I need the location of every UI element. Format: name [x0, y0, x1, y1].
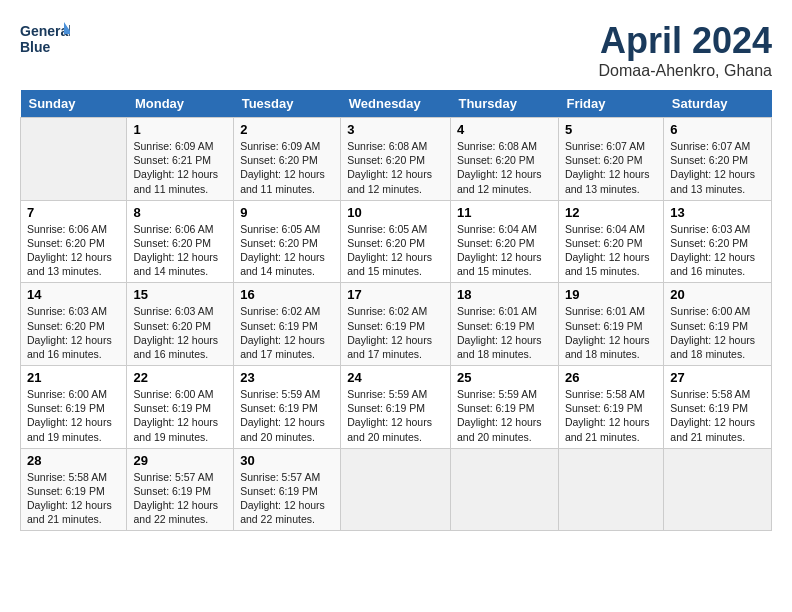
calendar-cell: 14Sunrise: 6:03 AMSunset: 6:20 PMDayligh…: [21, 283, 127, 366]
cell-text-line: Sunrise: 6:06 AM: [133, 222, 227, 236]
calendar-week-row: 1Sunrise: 6:09 AMSunset: 6:21 PMDaylight…: [21, 118, 772, 201]
day-number: 29: [133, 453, 227, 468]
cell-text-line: Sunset: 6:19 PM: [670, 401, 765, 415]
cell-text-line: Sunset: 6:20 PM: [27, 319, 120, 333]
day-number: 1: [133, 122, 227, 137]
cell-text-line: Sunrise: 6:00 AM: [133, 387, 227, 401]
calendar-table: SundayMondayTuesdayWednesdayThursdayFrid…: [20, 90, 772, 531]
cell-text-line: Sunset: 6:19 PM: [347, 319, 444, 333]
cell-text-line: Sunset: 6:20 PM: [565, 153, 657, 167]
cell-text-line: Sunset: 6:20 PM: [457, 153, 552, 167]
cell-text-line: Daylight: 12 hours and 12 minutes.: [457, 167, 552, 195]
cell-text-line: Sunrise: 6:03 AM: [670, 222, 765, 236]
calendar-cell: 23Sunrise: 5:59 AMSunset: 6:19 PMDayligh…: [234, 366, 341, 449]
cell-text-line: Daylight: 12 hours and 21 minutes.: [670, 415, 765, 443]
location-title: Domaa-Ahenkro, Ghana: [599, 62, 772, 80]
day-number: 14: [27, 287, 120, 302]
calendar-day-header: Thursday: [450, 90, 558, 118]
calendar-cell: 29Sunrise: 5:57 AMSunset: 6:19 PMDayligh…: [127, 448, 234, 531]
calendar-cell: 8Sunrise: 6:06 AMSunset: 6:20 PMDaylight…: [127, 200, 234, 283]
logo: General Blue: [20, 20, 70, 62]
cell-text-line: Daylight: 12 hours and 14 minutes.: [240, 250, 334, 278]
cell-text-line: Sunset: 6:19 PM: [457, 401, 552, 415]
month-title: April 2024: [599, 20, 772, 62]
calendar-cell: [341, 448, 451, 531]
calendar-week-row: 21Sunrise: 6:00 AMSunset: 6:19 PMDayligh…: [21, 366, 772, 449]
cell-text-line: Sunset: 6:19 PM: [133, 401, 227, 415]
cell-text-line: Daylight: 12 hours and 18 minutes.: [457, 333, 552, 361]
day-number: 10: [347, 205, 444, 220]
cell-text-line: Sunset: 6:20 PM: [347, 153, 444, 167]
cell-text-line: Sunrise: 6:00 AM: [670, 304, 765, 318]
calendar-cell: 17Sunrise: 6:02 AMSunset: 6:19 PMDayligh…: [341, 283, 451, 366]
day-number: 12: [565, 205, 657, 220]
calendar-cell: 30Sunrise: 5:57 AMSunset: 6:19 PMDayligh…: [234, 448, 341, 531]
cell-text-line: Daylight: 12 hours and 19 minutes.: [27, 415, 120, 443]
cell-text-line: Daylight: 12 hours and 18 minutes.: [565, 333, 657, 361]
day-number: 20: [670, 287, 765, 302]
cell-text-line: Daylight: 12 hours and 22 minutes.: [240, 498, 334, 526]
day-number: 27: [670, 370, 765, 385]
calendar-cell: 6Sunrise: 6:07 AMSunset: 6:20 PMDaylight…: [664, 118, 772, 201]
cell-text-line: Daylight: 12 hours and 15 minutes.: [565, 250, 657, 278]
cell-text-line: Sunrise: 6:05 AM: [347, 222, 444, 236]
cell-text-line: Sunset: 6:20 PM: [240, 153, 334, 167]
cell-text-line: Sunrise: 6:00 AM: [27, 387, 120, 401]
cell-text-line: Daylight: 12 hours and 21 minutes.: [565, 415, 657, 443]
day-number: 2: [240, 122, 334, 137]
calendar-day-header: Tuesday: [234, 90, 341, 118]
cell-text-line: Daylight: 12 hours and 18 minutes.: [670, 333, 765, 361]
cell-text-line: Sunrise: 6:04 AM: [457, 222, 552, 236]
cell-text-line: Sunrise: 6:03 AM: [133, 304, 227, 318]
cell-text-line: Sunrise: 6:04 AM: [565, 222, 657, 236]
cell-text-line: Daylight: 12 hours and 13 minutes.: [27, 250, 120, 278]
cell-text-line: Daylight: 12 hours and 13 minutes.: [565, 167, 657, 195]
cell-text-line: Daylight: 12 hours and 12 minutes.: [347, 167, 444, 195]
calendar-day-header: Sunday: [21, 90, 127, 118]
day-number: 8: [133, 205, 227, 220]
title-section: April 2024 Domaa-Ahenkro, Ghana: [599, 20, 772, 80]
calendar-cell: 15Sunrise: 6:03 AMSunset: 6:20 PMDayligh…: [127, 283, 234, 366]
cell-text-line: Daylight: 12 hours and 20 minutes.: [347, 415, 444, 443]
calendar-cell: 22Sunrise: 6:00 AMSunset: 6:19 PMDayligh…: [127, 366, 234, 449]
day-number: 4: [457, 122, 552, 137]
day-number: 15: [133, 287, 227, 302]
cell-text-line: Sunset: 6:19 PM: [670, 319, 765, 333]
cell-text-line: Sunset: 6:20 PM: [347, 236, 444, 250]
calendar-week-row: 28Sunrise: 5:58 AMSunset: 6:19 PMDayligh…: [21, 448, 772, 531]
cell-text-line: Sunset: 6:20 PM: [670, 153, 765, 167]
cell-text-line: Sunset: 6:19 PM: [27, 401, 120, 415]
day-number: 30: [240, 453, 334, 468]
cell-text-line: Sunset: 6:19 PM: [240, 319, 334, 333]
calendar-cell: 12Sunrise: 6:04 AMSunset: 6:20 PMDayligh…: [558, 200, 663, 283]
day-number: 9: [240, 205, 334, 220]
cell-text-line: Sunset: 6:20 PM: [565, 236, 657, 250]
cell-text-line: Sunset: 6:19 PM: [133, 484, 227, 498]
cell-text-line: Daylight: 12 hours and 15 minutes.: [457, 250, 552, 278]
calendar-cell: 4Sunrise: 6:08 AMSunset: 6:20 PMDaylight…: [450, 118, 558, 201]
cell-text-line: Daylight: 12 hours and 13 minutes.: [670, 167, 765, 195]
day-number: 18: [457, 287, 552, 302]
day-number: 23: [240, 370, 334, 385]
calendar-week-row: 7Sunrise: 6:06 AMSunset: 6:20 PMDaylight…: [21, 200, 772, 283]
cell-text-line: Daylight: 12 hours and 20 minutes.: [240, 415, 334, 443]
cell-text-line: Daylight: 12 hours and 14 minutes.: [133, 250, 227, 278]
calendar-header-row: SundayMondayTuesdayWednesdayThursdayFrid…: [21, 90, 772, 118]
cell-text-line: Daylight: 12 hours and 20 minutes.: [457, 415, 552, 443]
calendar-cell: 20Sunrise: 6:00 AMSunset: 6:19 PMDayligh…: [664, 283, 772, 366]
cell-text-line: Sunset: 6:20 PM: [133, 319, 227, 333]
page-header: General Blue April 2024 Domaa-Ahenkro, G…: [20, 20, 772, 80]
svg-text:Blue: Blue: [20, 39, 51, 55]
svg-text:General: General: [20, 23, 70, 39]
cell-text-line: Sunset: 6:19 PM: [240, 484, 334, 498]
calendar-cell: 13Sunrise: 6:03 AMSunset: 6:20 PMDayligh…: [664, 200, 772, 283]
cell-text-line: Sunset: 6:19 PM: [240, 401, 334, 415]
calendar-cell: [664, 448, 772, 531]
cell-text-line: Sunrise: 5:58 AM: [27, 470, 120, 484]
cell-text-line: Sunset: 6:21 PM: [133, 153, 227, 167]
logo-svg: General Blue: [20, 20, 70, 62]
calendar-week-row: 14Sunrise: 6:03 AMSunset: 6:20 PMDayligh…: [21, 283, 772, 366]
calendar-cell: 24Sunrise: 5:59 AMSunset: 6:19 PMDayligh…: [341, 366, 451, 449]
cell-text-line: Sunrise: 5:58 AM: [670, 387, 765, 401]
day-number: 17: [347, 287, 444, 302]
